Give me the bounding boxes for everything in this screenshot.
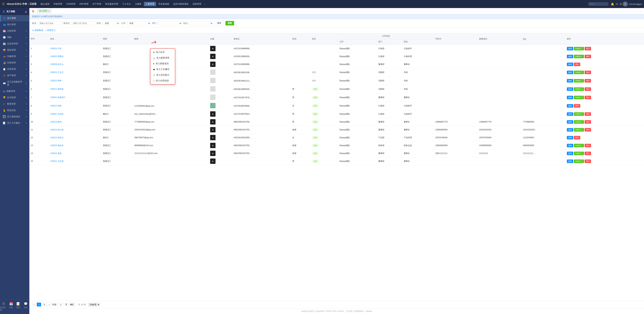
cm-item-contract[interactable]: □ 录入合同信息	[150, 78, 175, 84]
page-1-button[interactable]: 1	[37, 303, 41, 307]
table-row[interactable]: 11 100022 钱小妹 普通员工 23424432543@qq.com ▦ …	[29, 126, 644, 134]
nav-hr[interactable]: 人事管理	[144, 2, 156, 6]
sidebar-item-education[interactable]: 🎓 教育背景 ▼	[0, 101, 29, 107]
resign-button[interactable]: 离职	[585, 152, 591, 155]
sidebar-item-seal[interactable]: 🔏 印章管理 ▼	[0, 60, 29, 66]
edit-button[interactable]: 编辑	[567, 63, 573, 66]
sidebar-item-license[interactable]: 📋 证照管理 ▼	[0, 66, 29, 72]
menu-toggle-icon[interactable]: ☰	[2, 2, 5, 6]
transfer-button[interactable]: 转教职工	[574, 152, 584, 155]
employee-link[interactable]: 100020 钱多多	[50, 144, 64, 147]
transfer-button[interactable]: 转教职工	[574, 71, 584, 74]
sidebar-item-attendance[interactable]: 🕐 考勤 ▼	[0, 34, 29, 40]
sidebar-item-asset[interactable]: 💼 资产管理 ▼	[0, 72, 29, 79]
nav-personal[interactable]: 个人中心	[120, 2, 133, 6]
employee-link[interactable]: 100008 孙中山	[50, 63, 64, 65]
nav-monitor[interactable]: 监控与报表系统	[172, 2, 190, 6]
sidebar-footer-notes[interactable]: 📝 笔记	[15, 301, 22, 312]
transfer-button[interactable]: 转教职工	[574, 87, 584, 91]
sidebar-item-vehicle[interactable]: 🚗 车辆管理 ▼	[0, 53, 29, 60]
sidebar-item-supplies[interactable]: 📦 用品管理 ▼	[0, 47, 29, 53]
sidebar-item-data-dict[interactable]: 📖 员工信息数据字典 ▼	[0, 79, 29, 88]
table-row[interactable]: 8 100015 韦静 普通员工 1132406641@qq.com 41072…	[29, 102, 644, 110]
search-input[interactable]	[588, 2, 608, 6]
edit-button[interactable]: 编辑	[567, 55, 573, 58]
expand-button[interactable]: ⌄	[640, 10, 642, 12]
page-2-button[interactable]: 2	[42, 303, 46, 307]
table-row[interactable]: 3 100008 孙中山 教职工 ▦ 41072419689898... Sky…	[29, 60, 644, 68]
add-employee-button[interactable]: + 新增员工	[45, 29, 56, 32]
transfer-button[interactable]: 转教职工	[574, 79, 584, 83]
table-row[interactable]: 15 100021 卫志强 普通员工 ▦ 男 在职 Skyeye团队 董事部 董…	[29, 157, 644, 165]
employee-link[interactable]: 100022 钱小妹	[50, 129, 64, 131]
resign-button[interactable]: 离职	[585, 96, 591, 99]
cm-item-certificate[interactable]: ● 录入证书	[150, 49, 175, 55]
employee-link[interactable]: 100025 周恩彤	[50, 55, 64, 58]
nav-default-desk[interactable]: 默认桌面	[39, 2, 51, 6]
sidebar-collapse-icon[interactable]: ▲	[25, 10, 27, 13]
sidebar-item-user-management[interactable]: 👥 用户管理	[0, 21, 29, 28]
settings-icon[interactable]: ⚙	[620, 2, 622, 6]
goto-confirm-button[interactable]: 确定	[68, 303, 76, 307]
edit-button[interactable]: 编辑	[567, 71, 573, 74]
edit-button[interactable]: 编辑	[567, 47, 573, 50]
employee-link[interactable]: 100018 杨坤	[50, 121, 62, 123]
table-row[interactable]: 2 100025 周恩彤 普通员工 ▦ 41034519890506... Sk…	[29, 53, 644, 60]
transfer-button[interactable]: 转教职工	[574, 96, 584, 99]
resign-button[interactable]: 离职	[585, 112, 591, 116]
table-row[interactable]: 5 100023 李刚 普通员工 46333619901212... 保密 Sk…	[29, 77, 644, 85]
resign-button[interactable]: 离职	[574, 104, 580, 108]
breadcrumb-home[interactable]: 🏠	[32, 10, 34, 12]
sidebar-item-family[interactable]: 👨‍👩‍👧 员工家庭成员 ▼	[0, 114, 29, 120]
resign-button[interactable]: 离职	[585, 79, 591, 83]
table-row[interactable]: 12 100014 钱冬瓜 教职工 598748873@qq.com ▦ 453…	[29, 134, 644, 142]
cm-item-education[interactable]: △ 录入教育背景	[150, 55, 175, 61]
cm-item-family[interactable]: ♦ 录入家庭成员	[150, 61, 175, 66]
nav-erp[interactable]: ERP管理	[78, 2, 90, 6]
employee-link[interactable]: 100015 韦静	[50, 105, 62, 107]
table-row[interactable]: 6 100012 黄彼彼 普通员工 46333619880506... 男 在职…	[29, 85, 644, 93]
edit-button[interactable]: 编辑	[567, 96, 573, 99]
notification-bell-icon[interactable]: 🔔	[611, 2, 614, 6]
table-row[interactable]: 1 100024 王彤 普通员工 ▦ 41072419689898... Sky…	[29, 45, 644, 53]
transfer-button[interactable]: 转教职工	[574, 128, 584, 132]
resign-button[interactable]: 离职	[585, 87, 591, 91]
table-row[interactable]: 13 100020 钱多多 普通员工 98989898@163.com ▦ 48…	[29, 142, 644, 150]
cm-item-language[interactable]: ◇ 录入语言能力	[150, 72, 175, 78]
nav-production[interactable]: 生产管理	[91, 2, 103, 6]
nav-cloud[interactable]: 云服务	[133, 2, 143, 6]
resign-button[interactable]: 离职	[585, 144, 591, 147]
edit-button[interactable]: 编辑	[567, 159, 573, 163]
edit-button[interactable]: 编辑	[567, 128, 573, 132]
user-info[interactable]: C chendongguo	[623, 1, 642, 6]
nav-workflow[interactable]: 流程管理	[191, 2, 203, 6]
employee-link[interactable]: 100012 黄彼彼	[50, 88, 64, 90]
per-page-select[interactable]: 15条/页 30条/页 50条/页	[88, 303, 100, 307]
transfer-button[interactable]: 转教职工	[574, 159, 584, 163]
edit-button[interactable]: 编辑	[567, 152, 573, 155]
transfer-button[interactable]: 转教职工	[574, 47, 584, 50]
table-row[interactable]: 10 100018 杨坤 普通员工 7778886566@qq.com ▦ 48…	[29, 118, 644, 126]
resign-button[interactable]: 离职	[585, 128, 591, 132]
employee-link[interactable]: 100021 卫志强	[50, 160, 64, 162]
sidebar-item-schedule[interactable]: 📅 日程管理 ▼	[0, 28, 29, 34]
table-row[interactable]: 4 100010 兰文文 普通员工 46333619891206... 保密 S…	[29, 68, 644, 77]
prev-page-button[interactable]: ‹	[32, 303, 36, 307]
resign-button[interactable]: 离职	[585, 47, 591, 50]
idcard-filter-input[interactable]	[72, 21, 95, 25]
resign-button[interactable]: 离职	[585, 120, 591, 124]
transfer-button[interactable]: 转教职工	[574, 120, 584, 124]
employee-link[interactable]: 100010 兰文文	[50, 71, 64, 73]
position-filter-select[interactable]	[190, 21, 213, 25]
employee-link[interactable]: 100002 体验用户	[50, 96, 66, 99]
breadcrumb-close-button[interactable]: ✕	[48, 10, 50, 12]
resign-button[interactable]: 离职	[585, 159, 591, 163]
transfer-button[interactable]: 转教职工	[574, 144, 584, 147]
goto-page-input[interactable]	[58, 303, 64, 307]
sidebar-item-meeting[interactable]: 🏢 会议室管理 ▼	[0, 40, 29, 47]
dept-filter-select[interactable]	[158, 21, 182, 25]
edit-button[interactable]: 编辑	[567, 87, 573, 91]
edit-button[interactable]: 编辑	[567, 144, 573, 147]
edit-button[interactable]: 编辑	[567, 112, 573, 116]
nav-school[interactable]: 学校管理	[52, 2, 64, 6]
